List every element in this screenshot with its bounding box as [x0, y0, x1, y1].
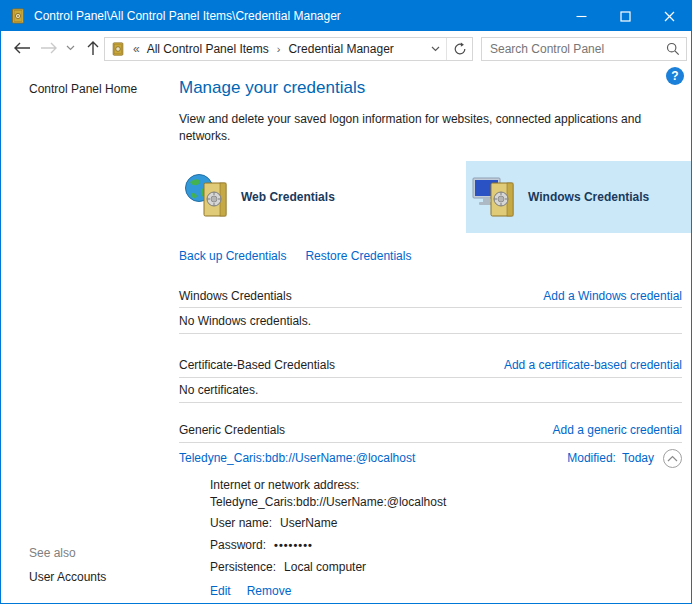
close-button[interactable] — [647, 1, 691, 31]
credential-details: Internet or network address: Teledyne_Ca… — [210, 477, 446, 600]
breadcrumb-item-all-control-panel-items[interactable]: All Control Panel Items — [147, 42, 269, 56]
remove-credential-link[interactable]: Remove — [247, 583, 292, 600]
address-dropdown-button[interactable] — [424, 38, 446, 60]
credential-name-link[interactable]: Teledyne_Caris:bdb://UserName:@localhost — [179, 451, 415, 465]
page-title: Manage your credentials — [179, 78, 365, 98]
breadcrumb-separator-icon[interactable]: › — [277, 43, 281, 55]
address-bar[interactable]: « All Control Panel Items › Credential M… — [104, 37, 473, 61]
persistence-line: Persistence: Local computer — [210, 559, 446, 576]
sidebar-item-control-panel-home[interactable]: Control Panel Home — [29, 82, 137, 96]
minimize-icon — [576, 11, 587, 22]
web-credentials-icon — [184, 173, 232, 221]
close-icon — [664, 11, 675, 22]
navigation-bar: « All Control Panel Items › Credential M… — [1, 31, 691, 64]
backup-credentials-link[interactable]: Back up Credentials — [179, 249, 286, 263]
persistence-label: Persistence: — [210, 559, 276, 576]
chevron-down-icon — [66, 45, 75, 51]
sidebar: Control Panel Home See also User Account… — [1, 64, 179, 602]
up-button[interactable] — [81, 31, 105, 64]
minimize-button[interactable] — [559, 1, 603, 31]
window-controls — [559, 1, 691, 31]
password-value: •••••••• — [274, 537, 313, 554]
generic-credentials-section-header: Generic Credentials Add a generic creden… — [179, 417, 682, 443]
empty-text: No Windows credentials. — [179, 314, 311, 328]
windows-credentials-icon — [471, 173, 519, 221]
search-button[interactable] — [660, 38, 686, 60]
section-title: Windows Credentials — [179, 289, 292, 303]
section-title: Generic Credentials — [179, 423, 285, 437]
credential-manager-icon — [10, 8, 26, 24]
username-label: User name: — [210, 515, 272, 532]
window-title: Control Panel\All Control Panel Items\Cr… — [34, 9, 341, 23]
certificate-credentials-section-header: Certificate-Based Credentials Add a cert… — [179, 352, 682, 378]
title-bar: Control Panel\All Control Panel Items\Cr… — [1, 1, 691, 31]
search-icon — [666, 42, 680, 56]
address-label-line: Internet or network address: — [210, 477, 446, 494]
modified-label: Modified: — [567, 451, 616, 465]
add-generic-credential-link[interactable]: Add a generic credential — [553, 423, 682, 437]
restore-credentials-link[interactable]: Restore Credentials — [305, 249, 411, 263]
windows-credentials-tile[interactable]: Windows Credentials — [466, 161, 691, 233]
refresh-button[interactable] — [446, 38, 472, 60]
address-value-line: Teledyne_Caris:bdb://UserName:@localhost — [210, 494, 446, 511]
section-title: Certificate-Based Credentials — [179, 358, 335, 372]
web-credentials-tile[interactable]: Web Credentials — [179, 161, 406, 233]
add-certificate-credential-link[interactable]: Add a certificate-based credential — [504, 358, 682, 372]
persistence-value: Local computer — [284, 559, 366, 576]
credential-row-right: Modified: Today — [567, 449, 682, 468]
breadcrumb-item-credential-manager[interactable]: Credential Manager — [288, 42, 393, 56]
forward-button[interactable] — [37, 31, 61, 64]
credential-manager-window: Control Panel\All Control Panel Items\Cr… — [0, 0, 692, 604]
back-arrow-icon — [13, 41, 31, 55]
credential-type-tiles: Web Credentials — [179, 161, 691, 233]
main-content: Manage your credentials View and delete … — [179, 64, 691, 602]
windows-credentials-empty: No Windows credentials. — [179, 308, 682, 334]
forward-arrow-icon — [40, 41, 58, 55]
page-description: View and delete your saved logon informa… — [179, 111, 682, 145]
up-arrow-icon — [86, 40, 100, 56]
chevron-up-icon — [667, 455, 678, 462]
address-bar-right — [424, 38, 472, 60]
windows-credentials-section-header: Windows Credentials Add a Windows creden… — [179, 284, 682, 308]
address-value: Teledyne_Caris:bdb://UserName:@localhost — [210, 494, 446, 511]
collapse-credential-button[interactable] — [663, 449, 682, 468]
refresh-icon — [453, 42, 467, 56]
breadcrumb-overflow-chevrons[interactable]: « — [133, 42, 140, 56]
back-button[interactable] — [9, 31, 35, 64]
credential-manager-icon-small — [111, 42, 125, 56]
empty-text: No certificates. — [179, 383, 258, 397]
search-input[interactable] — [482, 42, 660, 56]
edit-credential-link[interactable]: Edit — [210, 583, 231, 600]
maximize-icon — [620, 11, 631, 22]
credential-item-actions: Edit Remove — [210, 583, 446, 600]
chevron-down-icon — [431, 46, 440, 52]
add-windows-credential-link[interactable]: Add a Windows credential — [543, 289, 682, 303]
modified-value: Today — [622, 451, 654, 465]
credential-row: Teledyne_Caris:bdb://UserName:@localhost… — [179, 443, 682, 473]
maximize-button[interactable] — [603, 1, 647, 31]
search-box — [481, 37, 687, 61]
windows-credentials-label: Windows Credentials — [528, 190, 649, 204]
web-credentials-label: Web Credentials — [241, 190, 335, 204]
see-also-label: See also — [29, 546, 76, 560]
certificate-credentials-empty: No certificates. — [179, 378, 682, 403]
credential-actions: Back up Credentials Restore Credentials — [179, 249, 411, 263]
password-line: Password: •••••••• — [210, 537, 446, 554]
password-label: Password: — [210, 537, 266, 554]
recent-pages-dropdown[interactable] — [61, 31, 79, 64]
address-label: Internet or network address: — [210, 477, 359, 494]
username-line: User name: UserName — [210, 515, 446, 532]
sidebar-item-user-accounts[interactable]: User Accounts — [29, 570, 106, 584]
username-value: UserName — [280, 515, 337, 532]
